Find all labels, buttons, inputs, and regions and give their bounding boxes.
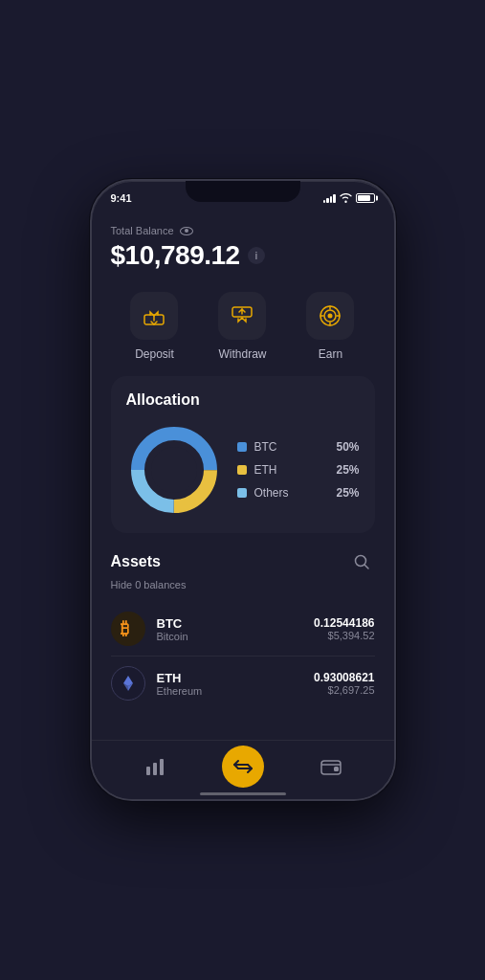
others-legend-name: Others <box>254 486 329 500</box>
assets-header: Assets <box>111 548 375 575</box>
withdraw-icon <box>231 305 254 326</box>
chart-nav-icon <box>144 757 165 776</box>
earn-button[interactable]: Earn <box>306 292 354 361</box>
btc-legend-name: BTC <box>254 440 329 454</box>
screen-content: Total Balance $10,789.12 i <box>92 210 394 799</box>
withdraw-button[interactable]: Withdraw <box>218 292 266 361</box>
allocation-title: Allocation <box>126 391 360 409</box>
earn-label: Earn <box>319 347 342 361</box>
others-legend-pct: 25% <box>336 486 359 500</box>
chart-nav-icon-wrap <box>134 746 176 788</box>
phone-frame: 9:41 Total Balance <box>90 179 396 801</box>
btc-name: Bitcoin <box>157 631 303 642</box>
action-buttons: Deposit Withdraw <box>111 286 375 376</box>
others-color-dot <box>237 488 247 498</box>
btc-asset-values: 0.12544186 $5,394.52 <box>314 616 374 641</box>
svg-line-14 <box>364 566 368 569</box>
eth-legend-pct: 25% <box>336 463 359 477</box>
deposit-icon <box>143 305 165 326</box>
info-button[interactable]: i <box>248 247 265 264</box>
eth-legend-name: ETH <box>254 463 329 477</box>
eth-asset-values: 0.93008621 $2,697.25 <box>314 671 374 696</box>
withdraw-label: Withdraw <box>218 347 266 361</box>
balance-label: Total Balance <box>111 225 375 236</box>
eth-usd: $2,697.25 <box>314 684 374 696</box>
eth-asset-icon <box>111 666 145 701</box>
search-button[interactable] <box>348 548 375 575</box>
btc-amount: 0.12544186 <box>314 616 374 630</box>
svg-rect-23 <box>334 767 339 771</box>
deposit-icon-wrap <box>130 292 178 340</box>
battery-fill <box>358 195 371 201</box>
status-time: 9:41 <box>111 192 132 204</box>
nav-swap-button[interactable] <box>222 746 264 788</box>
balance-label-text: Total Balance <box>111 225 174 236</box>
btc-color-dot <box>237 442 247 452</box>
svg-text:₿: ₿ <box>121 619 129 638</box>
svg-point-13 <box>355 556 365 567</box>
deposit-label: Deposit <box>135 347 174 361</box>
allocation-legend: BTC 50% ETH 25% Others 25% <box>237 440 360 500</box>
wallet-nav-icon <box>320 757 342 776</box>
eye-icon[interactable] <box>180 227 193 235</box>
btc-ticker: BTC <box>157 616 303 631</box>
eth-ticker: ETH <box>157 671 303 685</box>
balance-amount: $10,789.12 i <box>111 240 375 271</box>
eth-asset-info: ETH Ethereum <box>157 671 303 697</box>
svg-rect-20 <box>153 763 157 775</box>
asset-item-eth[interactable]: ETH Ethereum 0.93008621 $2,697.25 <box>111 657 375 710</box>
donut-chart <box>126 422 222 518</box>
balance-value: $10,789.12 <box>111 240 240 271</box>
wallet-nav-icon-wrap <box>310 746 352 788</box>
asset-item-btc[interactable]: ₿ BTC Bitcoin 0.12544186 $5,394.52 <box>111 602 375 657</box>
eth-name: Ethereum <box>157 685 303 697</box>
hide-balances-label[interactable]: Hide 0 balances <box>111 579 375 590</box>
earn-icon-wrap <box>306 292 354 340</box>
legend-item-others: Others 25% <box>237 486 360 500</box>
eth-color-dot <box>237 465 247 475</box>
svg-point-4 <box>328 314 333 319</box>
search-icon <box>353 553 370 570</box>
home-indicator <box>200 792 286 795</box>
battery-icon <box>356 193 375 203</box>
wifi-icon <box>340 193 352 203</box>
signal-bars-icon <box>323 193 336 203</box>
swap-nav-icon <box>232 756 254 777</box>
btc-asset-info: BTC Bitcoin <box>157 616 303 642</box>
withdraw-icon-wrap <box>218 292 266 340</box>
allocation-content: BTC 50% ETH 25% Others 25% <box>126 422 360 518</box>
svg-rect-21 <box>160 759 164 775</box>
svg-rect-19 <box>146 767 150 775</box>
deposit-button[interactable]: Deposit <box>130 292 178 361</box>
eth-amount: 0.93008621 <box>314 671 374 684</box>
nav-wallet-button[interactable] <box>310 746 352 788</box>
btc-legend-pct: 50% <box>336 440 359 454</box>
swap-nav-icon-wrap <box>222 746 264 788</box>
allocation-section: Allocation <box>111 376 375 533</box>
balance-section: Total Balance $10,789.12 i <box>111 213 375 286</box>
btc-usd: $5,394.52 <box>314 630 374 641</box>
svg-point-12 <box>151 447 197 493</box>
assets-title: Assets <box>111 553 161 570</box>
status-icons <box>323 193 375 203</box>
legend-item-eth: ETH 25% <box>237 463 360 477</box>
nav-chart-button[interactable] <box>134 746 176 788</box>
earn-icon <box>318 303 342 328</box>
notch <box>186 181 300 202</box>
bottom-nav <box>92 740 394 799</box>
btc-asset-icon: ₿ <box>111 612 145 646</box>
legend-item-btc: BTC 50% <box>237 440 360 454</box>
